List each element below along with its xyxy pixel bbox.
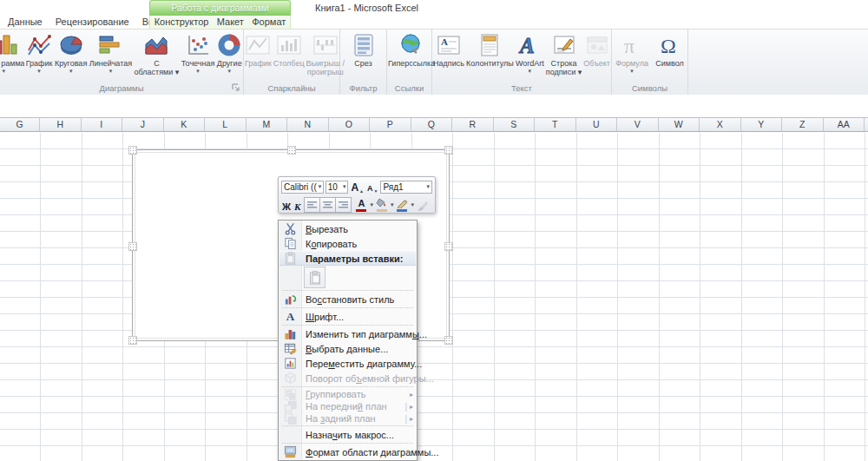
tabs: ДанныеРецензированиеВид xyxy=(0,16,160,29)
fill-color-button[interactable] xyxy=(376,198,388,212)
grid-area[interactable]: Calibri (( ▾ 10 ▾ А▲ А▼ Ряд1 ▾ xyxy=(0,133,868,461)
ribbon-button-label: Надпись xyxy=(433,59,464,68)
menu-item-paste-options-header[interactable]: Параметры вставки: xyxy=(279,251,416,266)
menu-item-assign-macro[interactable]: Назначить макрос... xyxy=(279,427,416,442)
tab-review[interactable]: Рецензирование xyxy=(56,16,129,29)
menu-item-select-data[interactable]: Выбрать данные... xyxy=(279,341,416,356)
menu-item-label: На передний план xyxy=(306,401,387,412)
column-header-K[interactable]: K xyxy=(164,118,206,131)
menu-item-paste-option[interactable] xyxy=(279,266,416,289)
menu-item-format-chart-area[interactable]: Формат области диаграммы... xyxy=(279,445,416,459)
column-header-U[interactable]: U xyxy=(576,118,618,131)
chart-resize-handle[interactable] xyxy=(128,146,137,155)
omega-symbol-button[interactable]: ΩСимвол xyxy=(654,33,684,68)
chart-resize-handle[interactable] xyxy=(128,242,137,251)
tab-format[interactable]: Формат xyxy=(252,16,286,29)
column-header-AA[interactable]: AA xyxy=(824,118,865,131)
signature-line-button[interactable]: Строкаподписи ▾ xyxy=(545,33,582,76)
column-header-V[interactable]: V xyxy=(617,118,659,131)
chart-resize-handle[interactable] xyxy=(287,146,296,155)
column-header-G[interactable]: G xyxy=(0,118,40,131)
menu-item-copy[interactable]: Копировать xyxy=(279,236,416,251)
chevron-down-icon[interactable]: ▾ xyxy=(391,201,394,208)
ribbon-group-sparklines: ГрафикСтолбецВыигрыш /проигрышСпарклайны xyxy=(244,30,340,95)
chevron-down-icon[interactable]: ▾ xyxy=(411,201,414,208)
chevron-down-icon[interactable]: ▾ xyxy=(370,201,373,208)
column-header-J[interactable]: J xyxy=(122,118,164,131)
slicer-button[interactable]: Срез xyxy=(351,33,377,68)
svg-text:A: A xyxy=(518,34,535,57)
shape-outline-button[interactable] xyxy=(396,198,408,212)
font-size-select[interactable]: 10 ▾ xyxy=(326,181,349,194)
bring-front-icon xyxy=(284,400,297,413)
font-color-swatch xyxy=(356,209,366,212)
header-footer-button[interactable]: Колонтитулы xyxy=(465,33,515,68)
column-chart-3d-button[interactable]: рамма▼ xyxy=(0,33,24,74)
italic-button[interactable]: К xyxy=(293,198,301,212)
pencil-icon xyxy=(397,199,408,208)
bar-chart-button[interactable]: Линейчатая▼ xyxy=(89,33,133,74)
line-chart-button[interactable]: График▼ xyxy=(25,33,54,74)
chart-resize-handle[interactable] xyxy=(444,336,453,345)
fill-color-swatch xyxy=(377,209,387,212)
paint-bucket-icon xyxy=(376,198,388,208)
wordart-button[interactable]: AWordArt▼ xyxy=(515,33,545,74)
menu-item-change-chart-type[interactable]: Изменить тип диаграммы... xyxy=(279,326,416,341)
column-header-M[interactable]: M xyxy=(247,118,288,131)
chart-element-select[interactable]: Ряд1 ▾ xyxy=(380,181,432,194)
align-right-button[interactable] xyxy=(335,197,352,213)
chart-resize-handle[interactable] xyxy=(444,146,453,155)
chart-resize-handle[interactable] xyxy=(128,336,137,345)
column-header-I[interactable]: I xyxy=(82,118,123,131)
column-header-L[interactable]: L xyxy=(205,118,247,131)
chart-resize-handle[interactable] xyxy=(444,242,453,251)
area-chart-button[interactable]: Собластями ▾ xyxy=(134,33,181,76)
column-header-H[interactable]: H xyxy=(40,118,82,131)
align-button-group xyxy=(305,197,352,213)
align-left-button[interactable] xyxy=(304,197,320,213)
paste-option-button[interactable] xyxy=(304,267,326,288)
column-header-O[interactable]: O xyxy=(329,118,371,131)
grow-font-button[interactable]: А▲ xyxy=(350,180,365,194)
equation-pi-button: πФормула▼ xyxy=(615,33,649,74)
move-chart-icon xyxy=(279,357,301,370)
font-color-button[interactable]: А xyxy=(355,198,367,212)
column-header-T[interactable]: T xyxy=(535,118,576,131)
column-header-W[interactable]: W xyxy=(659,118,700,131)
ribbon-group-label: Фильтр xyxy=(340,83,386,93)
shrink-font-button[interactable]: А▼ xyxy=(366,180,378,194)
tab-design[interactable]: Конструктор xyxy=(155,16,209,29)
hyperlink-globe-button[interactable]: Гиперссылка xyxy=(387,33,436,68)
column-header-Y[interactable]: Y xyxy=(741,118,783,131)
column-header-X[interactable]: X xyxy=(700,118,741,131)
menu-item-label: Выбрать данные... xyxy=(306,344,388,354)
menu-item-reset-style[interactable]: Восстановить стиль xyxy=(279,292,416,306)
column-header-Z[interactable]: Z xyxy=(782,118,824,131)
ribbon-button-label: График xyxy=(245,59,272,68)
paste-option-icon xyxy=(308,271,322,285)
textbox-button[interactable]: AНадпись xyxy=(432,33,465,68)
column-header-S[interactable]: S xyxy=(494,118,536,131)
format-area-icon xyxy=(279,445,301,458)
column-header-Q[interactable]: Q xyxy=(411,118,453,131)
tab-layout[interactable]: Макет xyxy=(217,16,244,29)
bold-button[interactable]: Ж xyxy=(281,198,292,212)
menu-item-cut[interactable]: Вырезать xyxy=(279,221,416,236)
dialog-launcher-button[interactable] xyxy=(232,83,240,92)
tab-data[interactable]: Данные xyxy=(8,16,43,29)
align-center-button[interactable] xyxy=(319,197,336,213)
column-header-P[interactable]: P xyxy=(370,118,411,131)
menu-item-move-chart[interactable]: Переместить диаграмму... xyxy=(279,356,416,371)
column-header-R[interactable]: R xyxy=(452,118,494,131)
pie-chart-icon xyxy=(59,33,83,57)
menu-item-font[interactable]: AШрифт... xyxy=(279,309,416,324)
font-name-select[interactable]: Calibri (( ▾ xyxy=(281,181,324,194)
change-chart-type-icon xyxy=(279,327,301,340)
donut-chart-button[interactable]: Другие▼ xyxy=(216,33,243,74)
column-header-N[interactable]: N xyxy=(287,118,329,131)
scatter-chart-button[interactable]: Точечная▼ xyxy=(181,33,216,74)
pie-chart-button[interactable]: Круговая▼ xyxy=(54,33,88,74)
ribbon-group-charts: рамма▼График▼Круговая▼Линейчатая▼Собласт… xyxy=(0,30,244,95)
bring-front-icon xyxy=(279,400,301,413)
tab-row: ДанныеРецензированиеВид КонструкторМакет… xyxy=(0,16,868,29)
